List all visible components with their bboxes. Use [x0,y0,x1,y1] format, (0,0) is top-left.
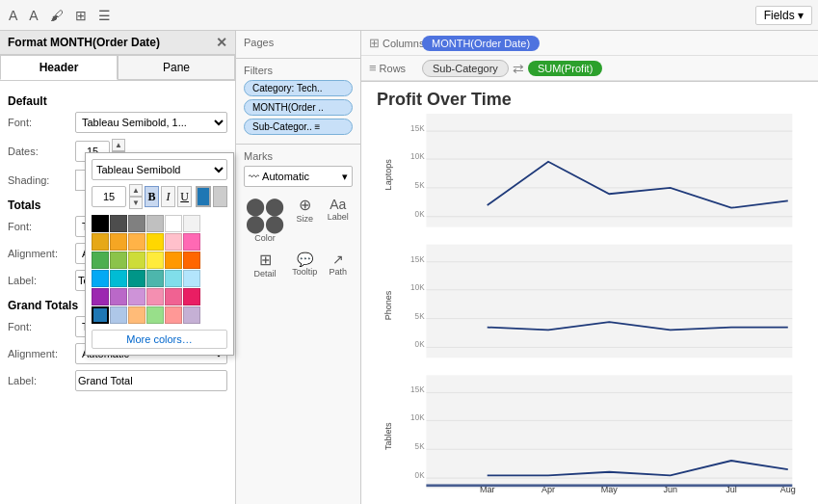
marks-grid: ⬤⬤⬤⬤ Color ⊕ Size Aa Label ⊞ Detail 💬 [244,195,353,281]
color-swatches [92,215,227,324]
close-icon[interactable]: ✕ [216,35,227,50]
rows-pill-2[interactable]: SUM(Profit) [528,61,602,76]
rows-label: ≡ Rows [369,61,422,75]
swatch-orange2[interactable] [128,233,145,251]
swatch-orange3[interactable] [165,252,182,269]
lines-icon[interactable]: ☰ [95,6,114,25]
bold-button[interactable]: B [145,186,159,207]
swatch-lime[interactable] [128,252,145,269]
swatch-palegreen[interactable] [146,306,164,324]
format-panel-title: Format MONTH(Order Date) [8,36,160,49]
size-icon: ⊕ [299,198,311,213]
dates-up-arrow[interactable]: ▲ [112,139,125,151]
label-icon: Aa [330,198,346,211]
svg-rect-36 [426,484,792,487]
filter-pill-3[interactable]: Sub-Categor.. ≡ [244,119,353,135]
svg-text:5K: 5K [415,312,426,321]
more-colors-button[interactable]: More colors… [92,330,227,349]
swatch-lightpink[interactable] [146,288,164,305]
swatch-purple[interactable] [92,288,109,305]
svg-rect-1 [426,245,792,358]
swatch-orange1[interactable] [110,233,127,251]
svg-text:15K: 15K [410,385,425,394]
no-color-swatch[interactable] [213,186,227,207]
swatch-selected-blue[interactable] [92,306,109,324]
swatch-lightcyan[interactable] [165,270,182,287]
italic-button[interactable]: I [161,186,175,207]
swatch-pink[interactable] [165,233,182,251]
mark-color[interactable]: ⬤⬤⬤⬤ Color [244,195,286,246]
svg-text:5K: 5K [415,442,426,451]
filters-section: Filters Category: Tech.. MONTH(Order .. … [236,59,360,145]
swatch-black[interactable] [92,215,109,232]
font-name-select[interactable]: Tableau Semibold [92,159,227,180]
fields-button[interactable]: Fields ▾ [755,6,812,25]
svg-text:15K: 15K [410,124,425,133]
middle-panel: Pages Filters Category: Tech.. MONTH(Ord… [236,31,361,504]
swatch-rose[interactable] [183,288,200,305]
swatch-lightblue[interactable] [92,270,109,287]
mark-path[interactable]: ↗ Path [324,250,354,281]
swatch-palecyan[interactable] [183,270,200,287]
totals-label-label: Label: [8,275,75,286]
dates-label: Dates: [8,146,75,157]
font-size-input[interactable] [92,186,126,207]
swatch-peach[interactable] [128,306,145,324]
swatch-gold[interactable] [92,233,109,251]
swatch-teal[interactable] [128,270,145,287]
swatch-green1[interactable] [92,252,109,269]
grid-icon[interactable]: ⊞ [72,6,90,25]
swatch-yellow2[interactable] [146,252,164,269]
swatch-mauve[interactable] [183,306,200,324]
swatch-row-4 [92,270,227,287]
top-toolbar: A A 🖌 ⊞ ☰ Fields ▾ [0,0,818,31]
mark-label[interactable]: Aa Label [324,195,354,246]
size-up-arrow[interactable]: ▲ [129,184,143,197]
swatch-cyan[interactable] [110,270,127,287]
mark-size[interactable]: ⊕ Size [290,195,320,246]
swatch-lightgray[interactable] [183,215,200,232]
swatch-teal2[interactable] [146,270,164,287]
swatch-salmon[interactable] [165,306,182,324]
swatch-white[interactable] [165,215,182,232]
swatch-pink2[interactable] [165,288,182,305]
underline-button[interactable]: U [177,186,192,207]
swatch-lilac[interactable] [128,288,145,305]
totals-align-label: Alignment: [8,248,75,259]
marks-type-select[interactable]: 〰 Automatic ▾ [244,166,353,187]
swatch-paleblue[interactable] [110,306,127,324]
swatch-row-3 [92,252,227,269]
mark-tooltip[interactable]: 💬 Tooltip [290,250,320,281]
columns-pill[interactable]: MONTH(Order Date) [422,36,540,51]
swatch-hotpink[interactable] [183,233,200,251]
right-panel: ⊞ Columns MONTH(Order Date) ≡ Rows Sub-C… [361,31,818,504]
format-panel-header: Format MONTH(Order Date) ✕ [0,31,235,55]
swatch-purple2[interactable] [110,288,127,305]
swatch-yellow[interactable] [146,233,164,251]
swatch-gray[interactable] [128,215,145,232]
font-select[interactable]: Tableau Semibold, 1... [75,112,227,133]
swatch-darkgray[interactable] [110,215,127,232]
filter-pill-1[interactable]: Category: Tech.. [244,80,353,96]
paint-icon[interactable]: 🖌 [47,6,66,25]
swatch-darkorange[interactable] [183,252,200,269]
filter-pill-2[interactable]: MONTH(Order .. [244,99,353,116]
size-down-arrow[interactable]: ▼ [129,197,143,209]
mark-detail[interactable]: ⊞ Detail [244,250,286,281]
swatch-lightgreen[interactable] [110,252,127,269]
font-label: Font: [8,117,75,128]
swatch-silver[interactable] [146,215,164,232]
tab-pane[interactable]: Pane [118,55,235,80]
pages-section: Pages [236,31,360,59]
text-icon2[interactable]: A [26,6,40,25]
size-arrows: ▲ ▼ [129,184,143,209]
svg-text:5K: 5K [415,181,426,190]
format-buttons: ▲ ▼ B I U [92,184,227,209]
svg-text:0K: 0K [415,340,426,349]
grand-label-input[interactable] [75,370,227,391]
rows-pill-1[interactable]: Sub-Category [422,60,509,77]
selected-color-swatch[interactable] [196,186,211,207]
text-icon[interactable]: A [6,6,20,25]
tab-header[interactable]: Header [0,55,118,80]
columns-grid-icon: ⊞ [369,36,380,50]
